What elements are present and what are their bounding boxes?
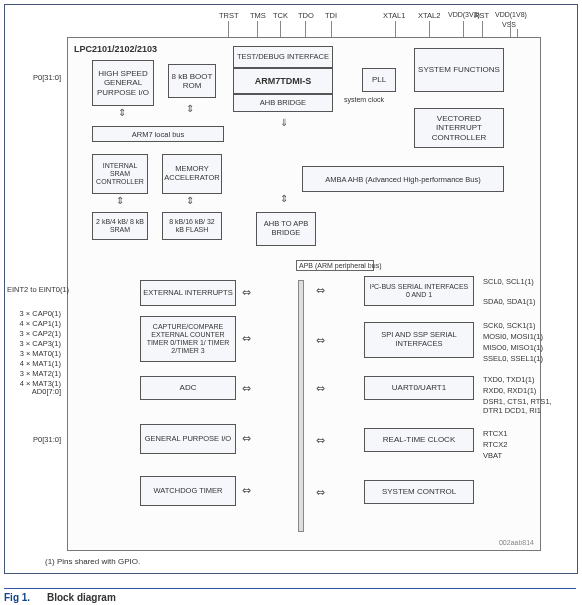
pin-p0-bot: P0[31:0] <box>11 435 61 444</box>
pin-ad0: AD0[7:0] <box>11 387 61 396</box>
pin-modem-ctrl: DSR1, CTS1, RTS1, DTR1 DCD1, RI1 <box>483 397 563 415</box>
block-ahb-bridge: AHB BRIDGE <box>233 94 333 112</box>
arrow-down-icon: ⇕ <box>118 108 126 118</box>
pin-ssel: SSEL0, SSEL1(1) <box>483 354 543 363</box>
pin-tdo: TDO <box>298 11 314 20</box>
block-i2c: I²C-BUS SERIAL INTERFACES 0 AND 1 <box>364 276 474 306</box>
block-system-functions: SYSTEM FUNCTIONS <box>414 48 504 92</box>
figure-number: Fig 1. <box>4 592 30 603</box>
block-flash: 8 kB/16 kB/ 32 kB FLASH <box>162 212 222 240</box>
pin-miso: MISO0, MISO1(1) <box>483 343 543 352</box>
arrow-double-icon: ⇔ <box>242 332 250 345</box>
arrow-double-icon: ⇔ <box>316 284 324 297</box>
block-spi-ssp: SPI AND SSP SERIAL INTERFACES <box>364 322 474 358</box>
block-external-interrupts: EXTERNAL INTERRUPTS <box>140 280 236 306</box>
block-vic: VECTORED INTERRUPT CONTROLLER <box>414 108 504 148</box>
pin-mat0: 3 × MAT0(1) <box>7 349 61 358</box>
block-uart: UART0/UART1 <box>364 376 474 400</box>
arrow-double-icon: ⇔ <box>242 286 250 299</box>
block-gpio: GENERAL PURPOSE I/O <box>140 424 236 454</box>
arrow-double-icon: ⇔ <box>242 432 250 445</box>
pin-tdi: TDI <box>325 11 337 20</box>
arrow-down-icon: ⇕ <box>186 104 194 114</box>
chip-title: LPC2101/2102/2103 <box>74 44 157 54</box>
arrow-down-icon: ⇕ <box>186 196 194 206</box>
pin-rtcx1: RTCX1 <box>483 429 507 438</box>
pin-txd: TXD0, TXD1(1) <box>483 375 535 384</box>
figure-title: Block diagram <box>47 592 116 603</box>
block-sram: 2 kB/4 kB/ 8 kB SRAM <box>92 212 148 240</box>
page: TRST TMS TCK TDO TDI XTAL1 XTAL2 RST VDD… <box>0 0 582 605</box>
block-core: ARM7TDMI-S <box>233 68 333 94</box>
arrow-double-icon: ⇔ <box>316 434 324 447</box>
block-ahb-to-apb-bridge: AHB TO APB BRIDGE <box>256 212 316 246</box>
pin-rtcx2: RTCX2 <box>483 440 507 449</box>
arrow-double-icon: ⇔ <box>316 382 324 395</box>
block-test-debug: TEST/DEBUG INTERFACE <box>233 46 333 68</box>
arrow-double-icon: ⇔ <box>316 334 324 347</box>
diagram-frame: TRST TMS TCK TDO TDI XTAL1 XTAL2 RST VDD… <box>4 4 578 574</box>
pin-trst: TRST <box>219 11 239 20</box>
bus-amba-ahb: AMBA AHB (Advanced High-performance Bus) <box>302 166 504 192</box>
block-memory-accelerator: MEMORY ACCELERATOR <box>162 154 222 194</box>
pin-cap3: 3 × CAP3(1) <box>7 339 61 348</box>
pin-p0-top: P0[31:0] <box>11 73 61 82</box>
block-boot-rom: 8 kB BOOT ROM <box>168 64 216 98</box>
pin-vdd18: VDD(1V8) <box>495 11 527 18</box>
arrow-down-icon: ⇕ <box>116 196 124 206</box>
label-apb-bus: APB (ARM peripheral bus) <box>296 260 374 271</box>
block-internal-sram-controller: INTERNAL SRAM CONTROLLER <box>92 154 148 194</box>
pin-xtal1: XTAL1 <box>383 11 405 20</box>
arrow-down-icon: ⇕ <box>280 194 288 204</box>
pin-mat2: 3 × MAT2(1) <box>7 369 61 378</box>
arrow-double-icon: ⇔ <box>316 486 324 499</box>
pin-xtal2: XTAL2 <box>418 11 440 20</box>
pin-vss: VSS <box>502 21 516 28</box>
arrow-double-icon: ⇔ <box>242 484 250 497</box>
pin-mosi: MOSI0, MOSI1(1) <box>483 332 543 341</box>
arrow-down-icon: ⇓ <box>280 118 288 128</box>
pin-sda: SDA0, SDA1(1) <box>483 297 536 306</box>
bus-arm7-local: ARM7 local bus <box>92 126 224 142</box>
block-pll: PLL <box>362 68 396 92</box>
block-hs-gpio: HIGH SPEED GENERAL PURPOSE I/O <box>92 60 154 106</box>
pin-rxd: RXD0, RXD1(1) <box>483 386 536 395</box>
pin-sck: SCK0, SCK1(1) <box>483 321 536 330</box>
block-system-control: SYSTEM CONTROL <box>364 480 474 504</box>
pin-vdd33: VDD(3V3) <box>448 11 480 18</box>
doc-id: 002aab814 <box>499 539 534 546</box>
figure-caption: Fig 1. Block diagram <box>4 588 576 603</box>
block-watchdog-timer: WATCHDOG TIMER <box>140 476 236 506</box>
footnote: (1) Pins shared with GPIO. <box>45 557 140 566</box>
block-rtc: REAL-TIME CLOCK <box>364 428 474 452</box>
apb-bus-spine <box>298 280 304 532</box>
block-adc: ADC <box>140 376 236 400</box>
pin-mat1: 4 × MAT1(1) <box>7 359 61 368</box>
pin-tms: TMS <box>250 11 266 20</box>
pin-cap2: 3 × CAP2(1) <box>7 329 61 338</box>
label-system-clock: system clock <box>344 96 384 103</box>
pin-cap0: 3 × CAP0(1) <box>7 309 61 318</box>
pin-cap1: 4 × CAP1(1) <box>7 319 61 328</box>
pin-eint: EINT2 to EINT0(1) <box>7 285 61 294</box>
pin-scl: SCL0, SCL1(1) <box>483 277 534 286</box>
pin-tck: TCK <box>273 11 288 20</box>
pin-vbat: VBAT <box>483 451 502 460</box>
block-capture-compare-timers: CAPTURE/COMPARE EXTERNAL COUNTER TIMER 0… <box>140 316 236 362</box>
chip-boundary: LPC2101/2102/2103 HIGH SPEED GENERAL PUR… <box>67 37 541 551</box>
arrow-double-icon: ⇔ <box>242 382 250 395</box>
